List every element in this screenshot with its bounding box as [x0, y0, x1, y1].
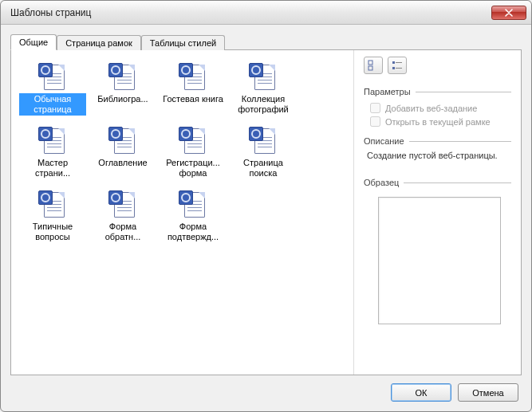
parameters-header: Параметры: [364, 87, 511, 96]
template-icon: [38, 127, 67, 155]
template-item[interactable]: Оглавление: [88, 125, 158, 189]
ok-button[interactable]: ОК: [391, 383, 451, 402]
titlebar: Шаблоны страниц: [1, 1, 531, 25]
opt-web-task: Добавить веб-задание: [370, 103, 511, 113]
preview-box: [378, 197, 501, 324]
template-icon: [179, 190, 207, 219]
template-icon: [38, 63, 67, 92]
svg-rect-5: [396, 68, 402, 69]
opt-web-task-label: Добавить веб-задание: [385, 104, 477, 113]
template-icon: [179, 127, 207, 155]
close-icon: [505, 9, 513, 17]
dialog-window: Шаблоны страниц Общие Страница рамок Таб…: [0, 0, 532, 412]
description-label: Описание: [364, 136, 404, 146]
opt-web-task-checkbox: [370, 103, 380, 113]
right-panel: Параметры Добавить веб-задание Открыть в…: [353, 50, 521, 375]
template-icon: [108, 190, 137, 219]
template-item[interactable]: Форма обратн...: [88, 189, 158, 253]
main-panel: Обычная страницаБиблиогра...Гостевая кни…: [10, 49, 522, 375]
svg-rect-0: [368, 61, 372, 65]
template-label: Форма подтвержд...: [160, 221, 227, 243]
tab-frames[interactable]: Страница рамок: [57, 35, 141, 50]
parameters-label: Параметры: [364, 87, 411, 96]
opt-current-frame: Открыть в текущей рамке: [370, 116, 511, 127]
view-toggle-group: [364, 57, 511, 74]
close-button[interactable]: [491, 6, 526, 20]
svg-rect-1: [368, 66, 372, 70]
template-item[interactable]: Библиогра...: [88, 61, 158, 125]
template-label: Обычная страница: [19, 93, 86, 116]
template-item[interactable]: Регистраци... форма: [158, 125, 228, 189]
template-icon: [179, 63, 207, 92]
template-label: Коллекция фотографий: [230, 93, 297, 116]
large-icons-icon: [368, 60, 379, 71]
description-text: Создание пустой веб-страницы.: [367, 151, 511, 160]
template-label: Гостевая книга: [161, 93, 225, 105]
template-grid: Обычная страницаБиблиогра...Гостевая кни…: [11, 50, 353, 375]
template-icon: [249, 63, 278, 92]
template-label: Страница поиска: [230, 157, 297, 179]
template-label: Регистраци... форма: [160, 157, 227, 179]
window-title: Шаблоны страниц: [10, 7, 491, 18]
description-header: Описание: [364, 136, 511, 146]
tab-strip: Общие Страница рамок Таблицы стилей: [10, 33, 522, 49]
template-item[interactable]: Форма подтвержд...: [158, 189, 228, 253]
template-icon: [108, 63, 137, 92]
template-icon: [108, 127, 137, 155]
view-large-icons-button[interactable]: [364, 57, 383, 74]
view-list-button[interactable]: [388, 57, 407, 74]
template-item[interactable]: Типичные вопросы: [18, 189, 88, 253]
template-label: Оглавление: [97, 157, 148, 169]
dialog-content: Общие Страница рамок Таблицы стилей Обыч…: [1, 25, 531, 411]
template-label: Форма обратн...: [89, 221, 156, 243]
template-icon: [38, 190, 67, 219]
opt-current-frame-label: Открыть в текущей рамке: [385, 117, 491, 127]
template-item[interactable]: Страница поиска: [228, 125, 298, 189]
template-label: Мастер страни...: [19, 157, 86, 179]
svg-rect-4: [392, 67, 395, 69]
template-label: Библиогра...: [96, 93, 149, 105]
tab-stylesheets[interactable]: Таблицы стилей: [141, 35, 225, 50]
template-item[interactable]: Мастер страни...: [18, 125, 88, 189]
template-icon: [249, 127, 278, 155]
template-label: Типичные вопросы: [19, 221, 86, 243]
tab-general[interactable]: Общие: [10, 34, 57, 50]
button-bar: ОК Отмена: [10, 375, 522, 403]
preview-label: Образец: [364, 178, 399, 187]
template-item[interactable]: Коллекция фотографий: [228, 61, 298, 125]
opt-current-frame-checkbox: [370, 116, 380, 127]
template-item[interactable]: Гостевая книга: [158, 61, 228, 125]
svg-rect-3: [396, 62, 402, 63]
list-icon: [392, 60, 403, 71]
preview-header: Образец: [364, 178, 511, 187]
svg-rect-2: [392, 61, 395, 64]
template-item[interactable]: Обычная страница: [18, 61, 88, 125]
cancel-button[interactable]: Отмена: [458, 383, 518, 402]
